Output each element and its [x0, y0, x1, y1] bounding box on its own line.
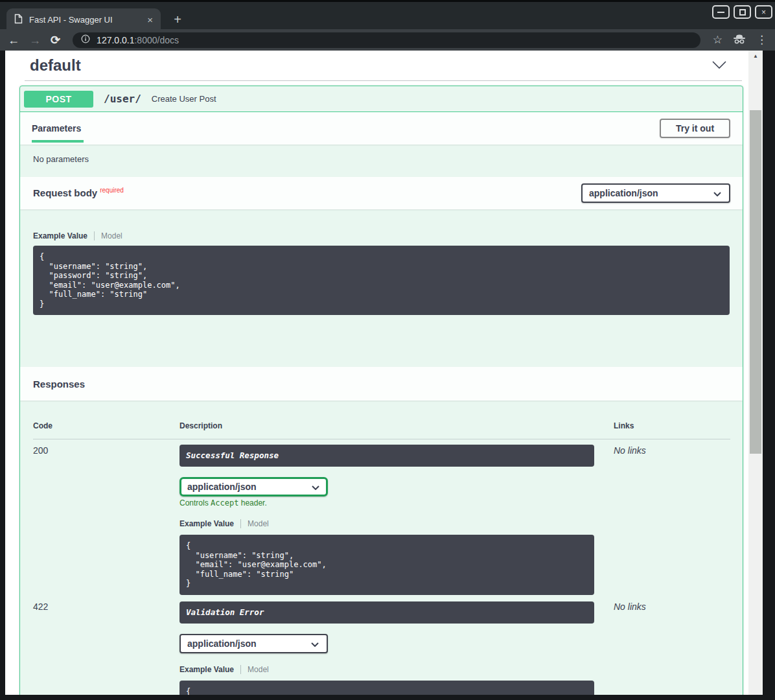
model-example-tabs: Example Value Model — [179, 665, 594, 674]
opblock-summary[interactable]: POST /user/ Create User Post — [20, 86, 743, 112]
response-media-type-value-422: application/json — [187, 638, 257, 649]
response-code: 200 — [33, 439, 179, 595]
maximize-icon — [739, 9, 746, 16]
tab-example-value[interactable]: Example Value — [179, 665, 234, 674]
response-description-cell: Successful Response application/json Con… — [179, 439, 594, 595]
post-user-opblock: POST /user/ Create User Post Parameters … — [19, 86, 743, 695]
url-host: 127.0.0.1 — [97, 35, 134, 45]
incognito-icon[interactable] — [732, 34, 746, 47]
tab-separator — [240, 519, 241, 528]
response-row-200: 200 Successful Response application/json… — [33, 439, 730, 595]
request-body-section: Example Value Model { "username": "strin… — [20, 209, 743, 367]
tab-example-value[interactable]: Example Value — [179, 519, 234, 528]
response-description-cell: Validation Error application/json Exampl… — [179, 601, 594, 695]
responses-header: Responses — [20, 367, 743, 401]
endpoint-summary: Create User Post — [152, 94, 216, 104]
response-links: No links — [594, 601, 730, 695]
url-text: 127.0.0.1:8000/docs — [97, 35, 179, 45]
response-example-json-200: { "username": "string", "email": "user@e… — [186, 541, 588, 589]
response-example-codeblock-200: { "username": "string", "email": "user@e… — [179, 535, 594, 595]
chevron-down-icon — [713, 188, 721, 198]
request-media-type-select[interactable]: application/json — [581, 183, 730, 203]
tab-model[interactable]: Model — [248, 665, 269, 674]
window-maximize-button[interactable] — [734, 5, 751, 19]
request-example-codeblock: { "username": "string", "password": "str… — [33, 246, 730, 315]
new-tab-button[interactable]: + — [168, 10, 187, 29]
col-header-description: Description — [179, 416, 594, 439]
response-description-bar: Validation Error — [179, 601, 594, 624]
response-links: No links — [594, 439, 730, 595]
swagger-content: default POST /user/ Create User Post Par… — [5, 51, 748, 695]
browser-window: { "browser": { "tab_title": "Fast API - … — [0, 0, 775, 700]
tab-model[interactable]: Model — [248, 519, 269, 528]
col-header-code: Code — [33, 416, 179, 439]
tab-separator — [240, 665, 241, 674]
responses-table: Code Description Links 200 Successful Re… — [20, 401, 743, 695]
endpoint-path: /user/ — [104, 93, 141, 105]
response-description-bar: Successful Response — [179, 445, 594, 467]
request-body-label: Request body — [33, 187, 97, 198]
bookmark-star-icon[interactable]: ☆ — [713, 34, 723, 45]
browser-toolbar: ← → ⟳ 127.0.0.1:8000/docs ☆ ⋮ — [0, 29, 775, 51]
chevron-down-icon — [312, 482, 319, 492]
site-info-icon[interactable] — [81, 34, 90, 46]
chevron-down-icon — [311, 638, 319, 649]
responses-label: Responses — [33, 379, 85, 390]
response-code: 422 — [33, 601, 179, 695]
parameters-header: Parameters Try it out — [20, 112, 743, 145]
browser-menu-icon[interactable]: ⋮ — [756, 34, 767, 45]
response-media-type-select-422[interactable]: application/json — [179, 634, 328, 653]
accept-note-code: Accept — [211, 498, 238, 508]
api-section-header[interactable]: default — [25, 51, 742, 81]
scrollbar-thumb[interactable] — [750, 110, 761, 454]
window-minimize-button[interactable] — [712, 5, 730, 19]
request-example-json: { "username": "string", "password": "str… — [40, 252, 723, 309]
model-example-tabs: Example Value Model — [179, 519, 594, 528]
scrollbar-up-arrow-icon[interactable]: ▲ — [748, 51, 763, 62]
http-method-badge: POST — [24, 91, 93, 108]
request-media-type-value: application/json — [589, 188, 658, 198]
swagger-page: default POST /user/ Create User Post Par… — [5, 51, 763, 695]
page-favicon-icon — [14, 14, 23, 27]
address-bar[interactable]: 127.0.0.1:8000/docs — [73, 32, 700, 48]
section-title: default — [30, 56, 81, 75]
reload-icon[interactable]: ⟳ — [51, 34, 60, 46]
response-media-type-select-200[interactable]: application/json — [179, 477, 328, 496]
request-body-header: Request bodyrequired application/json — [20, 177, 743, 209]
section-collapse-chevron-icon[interactable] — [712, 60, 726, 71]
tab-separator — [94, 231, 95, 240]
accept-note-suffix: header. — [238, 498, 266, 508]
url-path: :8000/docs — [134, 35, 179, 45]
responses-table-head: Code Description Links — [33, 416, 730, 439]
response-example-codeblock-422: { "detail": [ — [179, 681, 594, 695]
response-row-422: 422 Validation Error application/json Ex… — [33, 601, 730, 695]
tab-close-icon[interactable]: × — [147, 15, 153, 25]
tab-example-value[interactable]: Example Value — [33, 231, 87, 240]
tab-parameters[interactable]: Parameters — [32, 112, 81, 145]
page-scrollbar[interactable]: ▲ — [748, 51, 763, 695]
tab-title: Fast API - Swagger UI — [29, 15, 141, 25]
forward-icon[interactable]: → — [29, 34, 41, 46]
window-controls: × — [712, 5, 772, 19]
required-badge: required — [100, 187, 124, 194]
try-it-out-button[interactable]: Try it out — [660, 119, 730, 138]
response-example-json-422: { "detail": [ — [186, 687, 588, 695]
minimize-icon — [717, 12, 724, 13]
response-media-type-value-200: application/json — [187, 482, 257, 492]
accept-note-prefix: Controls — [179, 498, 211, 508]
no-parameters-text: No parameters — [20, 145, 743, 177]
controls-accept-note: Controls Accept header. — [179, 498, 594, 508]
window-close-button[interactable]: × — [755, 5, 772, 19]
back-icon[interactable]: ← — [8, 34, 19, 46]
col-header-links: Links — [594, 416, 730, 439]
tab-model[interactable]: Model — [101, 231, 122, 240]
browser-tab[interactable]: Fast API - Swagger UI × — [6, 8, 161, 31]
browser-tab-strip: Fast API - Swagger UI × + × — [0, 0, 775, 29]
model-example-tabs: Example Value Model — [33, 231, 730, 240]
